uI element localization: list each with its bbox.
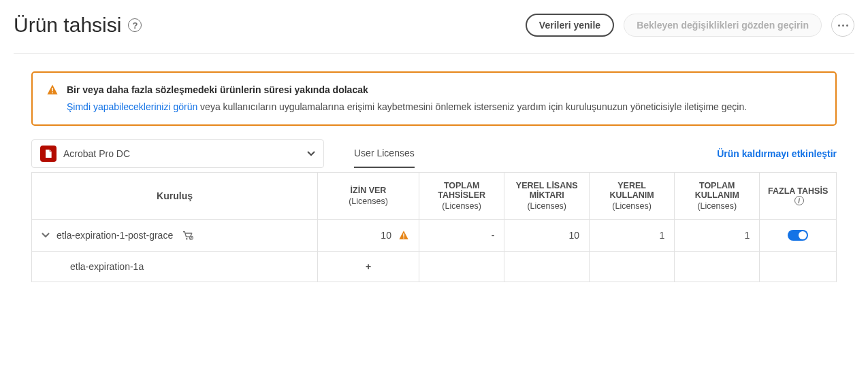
total-use-value: 1 [675, 220, 760, 252]
local-use-value: 1 [590, 220, 675, 252]
alert-rest: veya kullanıcıların uygulamalarına erişi… [197, 101, 747, 112]
org-name: etla-expiration-1a [70, 261, 144, 272]
col-grant: İZİN VER(Licenses) [318, 173, 419, 220]
org-expand-row[interactable]: etla-expiration-1-post-grace [42, 229, 308, 241]
chevron-down-icon [42, 233, 50, 238]
col-over: FAZLA TAHSİS i [760, 173, 837, 220]
alert-title: Bir veya daha fazla sözleşmedeki ürünler… [67, 84, 368, 95]
warning-icon [46, 84, 59, 96]
tabs: User Licenses [354, 139, 415, 168]
page-header: Ürün tahsisi ? Verileri yenile Bekleyen … [14, 14, 854, 54]
cart-icon [181, 229, 193, 241]
alert-link[interactable]: Şimdi yapabileceklerinizi görün [67, 101, 197, 112]
col-local-qty: YEREL LİSANS MİKTARI(Licenses) [504, 173, 590, 220]
product-name: Acrobat Pro DC [63, 148, 130, 159]
product-selector[interactable]: Acrobat Pro DC [31, 139, 324, 168]
org-name: etla-expiration-1-post-grace [57, 230, 173, 241]
controls-row: Acrobat Pro DC User Licenses Ürün kaldır… [31, 139, 837, 168]
svg-rect-6 [403, 237, 404, 238]
warning-icon [398, 230, 409, 241]
local-qty-value: 10 [504, 220, 590, 252]
col-org: Kuruluş [32, 173, 318, 220]
table-header-row: Kuruluş İZİN VER(Licenses) TOPLAM TAHSİS… [32, 173, 837, 220]
svg-rect-5 [403, 233, 404, 237]
allocation-table: Kuruluş İZİN VER(Licenses) TOPLAM TAHSİS… [31, 172, 837, 282]
help-icon[interactable]: ? [128, 18, 142, 32]
page-title-group: Ürün tahsisi ? [14, 14, 142, 37]
more-actions-button[interactable] [831, 14, 854, 37]
svg-point-2 [186, 238, 187, 239]
activate-removal-link[interactable]: Ürün kaldırmayı etkinleştir [717, 148, 837, 159]
over-allocation-toggle[interactable] [788, 230, 808, 241]
col-total-alloc: TOPLAM TAHSİSLER(Licenses) [419, 173, 504, 220]
toggle-knob [799, 231, 807, 239]
svg-rect-1 [52, 92, 53, 94]
add-grant-button[interactable]: + [318, 252, 419, 282]
alert-body: Şimdi yapabileceklerinizi görün veya kul… [46, 101, 822, 112]
table-row: etla-expiration-1-post-grace [32, 220, 837, 252]
more-icon [838, 24, 848, 27]
tab-user-licenses[interactable]: User Licenses [354, 139, 415, 168]
svg-rect-0 [52, 88, 53, 91]
col-total-use: TOPLAM KULLANIM(Licenses) [675, 173, 760, 220]
header-actions: Verileri yenile Bekleyen değişiklikleri … [526, 14, 854, 37]
refresh-button[interactable]: Verileri yenile [526, 14, 614, 37]
page-title: Ürün tahsisi [14, 14, 121, 37]
info-icon[interactable]: i [794, 196, 804, 205]
col-local-use: YEREL KULLANIM(Licenses) [590, 173, 675, 220]
chevron-down-icon [307, 151, 315, 156]
expiration-alert: Bir veya daha fazla sözleşmedeki ürünler… [31, 71, 837, 126]
acrobat-icon [40, 146, 57, 162]
review-changes-button: Bekleyen değişiklikleri gözden geçirin [624, 14, 822, 37]
total-alloc-value: - [419, 220, 504, 252]
grant-value: 10 [381, 230, 391, 241]
table-row: etla-expiration-1a + [32, 252, 837, 282]
